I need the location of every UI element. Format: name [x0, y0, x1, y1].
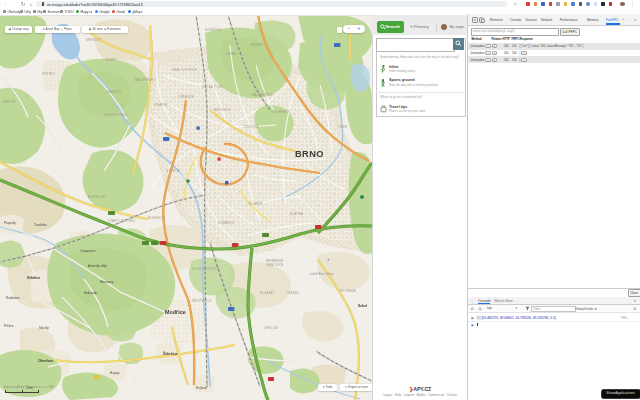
svg-text:ŽIDENICE: ŽIDENICE: [244, 124, 259, 129]
svg-text:ŽABOVŘESKY: ŽABOVŘESKY: [134, 77, 156, 82]
svg-text:SLATINA: SLATINA: [290, 212, 303, 216]
svg-text:ČERNÁ POLE: ČERNÁ POLE: [202, 84, 223, 89]
svg-text:DOLNÍ HERŠPICE: DOLNÍ HERŠPICE: [192, 266, 219, 271]
svg-text:MALOMĚŘICE: MALOMĚŘICE: [252, 92, 273, 97]
svg-text:DVORSKA: DVORSKA: [340, 289, 356, 293]
svg-text:STRÁNICE: STRÁNICE: [178, 95, 194, 99]
svg-text:OBŘANY: OBŘANY: [250, 42, 263, 47]
svg-text:Hajany: Hajany: [110, 371, 120, 375]
svg-text:Nebovidy: Nebovidy: [84, 291, 97, 295]
svg-text:CHRLICE: CHRLICE: [264, 326, 278, 330]
svg-text:LESNÁ: LESNÁ: [226, 52, 236, 56]
svg-text:HUSOVICE: HUSOVICE: [214, 108, 231, 112]
svg-text:Silůvky: Silůvky: [39, 326, 49, 330]
svg-text:Ořechov: Ořechov: [38, 359, 54, 363]
svg-text:KOMÁROV: KOMÁROV: [218, 221, 234, 225]
svg-text:Rajhrad: Rajhrad: [196, 386, 207, 390]
svg-text:PŘÍZŘENICE: PŘÍZŘENICE: [192, 298, 212, 303]
svg-text:BYSTRC: BYSTRC: [42, 72, 55, 76]
svg-text:VINOHRADY: VINOHRADY: [271, 110, 290, 114]
svg-text:TUŘANY: TUŘANY: [286, 290, 299, 295]
svg-text:BOHUNICE: BOHUNICE: [148, 216, 165, 220]
svg-text:LÍŠEŇ: LÍŠEŇ: [338, 124, 347, 129]
svg-text:KOHOUTOVICE: KOHOUTOVICE: [104, 113, 128, 117]
svg-text:BOSONOHY: BOSONOHY: [88, 195, 106, 199]
svg-text:IVANOVICE: IVANOVICE: [266, 263, 283, 267]
svg-text:Radostice: Radostice: [6, 296, 20, 300]
svg-text:✈: ✈: [327, 258, 330, 262]
svg-text:ŠTÝŘICE: ŠTÝŘICE: [166, 168, 180, 173]
svg-text:KRÁLOVO POLE: KRÁLOVO POLE: [172, 68, 197, 72]
svg-text:Moravany: Moravany: [100, 280, 114, 284]
svg-text:STARÝ LÍSKOVEC: STARÝ LÍSKOVEC: [108, 219, 135, 223]
svg-text:JUNDROV: JUNDROV: [106, 90, 121, 94]
svg-text:KNÍNIČKY: KNÍNIČKY: [86, 37, 101, 42]
svg-text:Prštice: Prštice: [4, 324, 14, 328]
svg-text:Modřice: Modřice: [165, 309, 186, 315]
svg-text:Želešice: Želešice: [163, 351, 178, 356]
svg-text:Sokol: Sokol: [358, 304, 367, 308]
svg-text:Popůvky: Popůvky: [4, 221, 16, 225]
svg-text:Letiště Brno-Tuřany: Letiště Brno-Tuřany: [310, 272, 334, 276]
svg-text:PISÁRKY: PISÁRKY: [154, 103, 168, 107]
svg-text:ŽEBĚTÍN: ŽEBĚTÍN: [2, 99, 16, 104]
svg-text:Střelice: Střelice: [27, 276, 40, 280]
svg-text:SOBĚŠICE: SOBĚŠICE: [205, 27, 221, 32]
svg-text:HOLÁSKY: HOLÁSKY: [260, 291, 275, 295]
svg-text:KOMÍN: KOMÍN: [106, 58, 116, 62]
svg-text:BRNO: BRNO: [295, 149, 324, 159]
svg-text:Troubsko: Troubsko: [34, 223, 47, 227]
svg-text:Anenský mlýn: Anenský mlýn: [88, 264, 108, 268]
svg-text:JULIÁNOV: JULIÁNOV: [247, 202, 263, 206]
svg-text:Ostopovice: Ostopovice: [80, 249, 96, 253]
